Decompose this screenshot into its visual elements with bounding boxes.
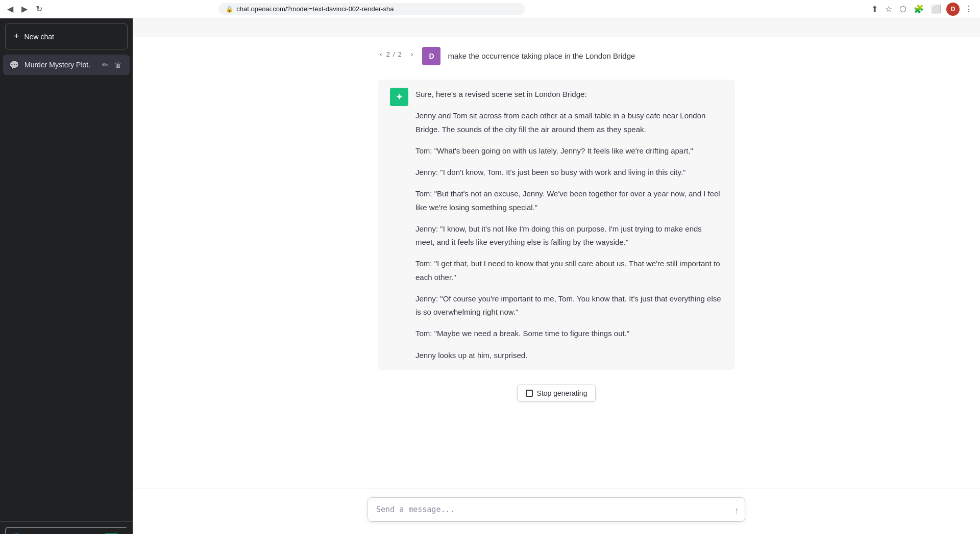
pagination-display: 2 / 2 xyxy=(386,50,402,58)
input-area: ↑ xyxy=(133,489,980,534)
ai-message-content: Sure, here's a revised scene set in Lond… xyxy=(415,88,723,362)
ai-intro-text: Sure, here's a revised scene set in Lond… xyxy=(415,88,723,101)
user-avatar: D xyxy=(422,47,440,65)
message-container: ‹ 2 / 2 › D make the occurrence taking p… xyxy=(368,47,745,402)
sidebar-item-actions: ✏ 🗑 xyxy=(100,60,124,70)
profile-button[interactable]: ⬜ xyxy=(929,4,943,14)
share-button[interactable]: ⬆ xyxy=(869,4,880,14)
user-message-row: ‹ 2 / 2 › D make the occurrence taking p… xyxy=(378,47,735,65)
openai-icon: ✦ xyxy=(396,91,403,103)
reload-button[interactable]: ↻ xyxy=(34,4,44,14)
new-chat-label: New chat xyxy=(24,33,54,41)
pagination-next-button[interactable]: › xyxy=(409,50,415,58)
user-message-content: make the occurrence taking place in the … xyxy=(448,47,635,62)
main-content: ‹ 2 / 2 › D make the occurrence taking p… xyxy=(133,37,980,534)
ai-message-row: ✦ Sure, here's a revised scene set in Lo… xyxy=(378,80,735,370)
message-input[interactable] xyxy=(368,497,745,522)
input-container: ↑ xyxy=(368,497,745,524)
send-button[interactable]: ↑ xyxy=(734,505,739,516)
sidebar-footer: 👤 Upgrade to Plus NEW xyxy=(0,521,133,534)
ai-paragraph-5: Tom: "I get that, but I need to know tha… xyxy=(415,257,723,284)
chat-area[interactable]: ‹ 2 / 2 › D make the occurrence taking p… xyxy=(133,37,980,534)
ai-avatar: ✦ xyxy=(390,88,408,106)
stop-generating-area: Stop generating xyxy=(378,385,735,402)
delete-chat-button[interactable]: 🗑 xyxy=(112,60,124,70)
send-icon: ↑ xyxy=(734,505,739,516)
lock-icon: 🔒 xyxy=(226,6,233,13)
ai-paragraph-6: Jenny: "Of course you're important to me… xyxy=(415,292,723,319)
ai-paragraph-7: Tom: "Maybe we need a break. Some time t… xyxy=(415,327,723,340)
ai-paragraph-3: Tom: "But that's not an excuse, Jenny. W… xyxy=(415,187,723,214)
ai-paragraph-1: Tom: "What's been going on with us latel… xyxy=(415,144,723,158)
sidebar-item-murder-mystery[interactable]: 💬 Murder Mystery Plot. ✏ 🗑 xyxy=(3,55,130,75)
puzzle-button[interactable]: 🧩 xyxy=(912,4,926,14)
ai-paragraph-2: Jenny: "I don't know, Tom. It's just bee… xyxy=(415,166,723,179)
bookmark-button[interactable]: ☆ xyxy=(883,4,894,14)
stop-icon xyxy=(526,390,533,397)
address-bar[interactable]: 🔒 chat.openai.com/?model=text-davinci-00… xyxy=(218,3,525,15)
browser-profile-avatar[interactable]: D xyxy=(946,3,960,16)
sidebar-items: 💬 Murder Mystery Plot. ✏ 🗑 xyxy=(0,53,133,521)
browser-bar: ◀ ▶ ↻ 🔒 chat.openai.com/?model=text-davi… xyxy=(0,0,980,18)
edit-chat-button[interactable]: ✏ xyxy=(100,60,110,70)
ai-paragraph-4: Jenny: "I know, but it's not like I'm do… xyxy=(415,222,723,249)
url-text: chat.openai.com/?model=text-davinci-002-… xyxy=(236,5,394,13)
sidebar: + New chat 💬 Murder Mystery Plot. ✏ 🗑 👤 … xyxy=(0,18,133,534)
forward-button[interactable]: ▶ xyxy=(19,4,30,14)
browser-actions: ⬆ ☆ ⬡ 🧩 ⬜ D ⋮ xyxy=(869,3,975,16)
chat-icon: 💬 xyxy=(9,60,19,70)
new-chat-button[interactable]: + New chat xyxy=(5,23,128,49)
menu-button[interactable]: ⋮ xyxy=(963,4,975,14)
pagination-area: ‹ 2 / 2 › xyxy=(378,47,415,58)
back-button[interactable]: ◀ xyxy=(5,4,15,14)
ai-paragraph-8: Jenny looks up at him, surprised. xyxy=(415,349,723,362)
sidebar-item-label: Murder Mystery Plot. xyxy=(24,61,95,69)
new-chat-plus-icon: + xyxy=(14,31,19,42)
extensions-button[interactable]: ⬡ xyxy=(897,4,909,14)
ai-paragraph-0: Jenny and Tom sit across from each other… xyxy=(415,109,723,136)
pagination-prev-button[interactable]: ‹ xyxy=(378,50,384,58)
upgrade-to-plus-button[interactable]: 👤 Upgrade to Plus NEW xyxy=(5,527,128,534)
stop-generating-button[interactable]: Stop generating xyxy=(517,385,596,402)
stop-generating-label: Stop generating xyxy=(537,389,587,397)
